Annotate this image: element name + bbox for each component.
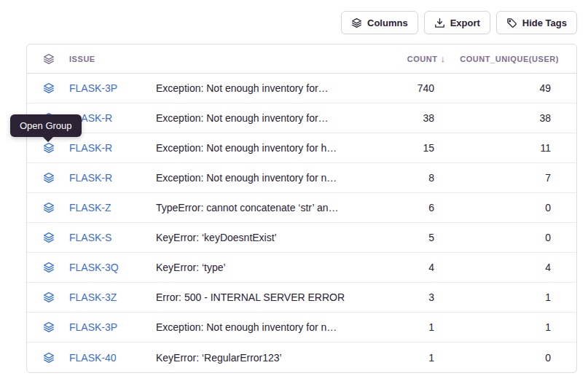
count-unique-column-header[interactable]: COUNT_UNIQUE(USER) <box>445 55 559 63</box>
layers-header-icon <box>43 53 55 65</box>
count-value: 4 <box>387 262 445 273</box>
count-value: 8 <box>387 172 445 184</box>
issue-description: KeyError: ‘RegularError123’ <box>156 352 387 364</box>
issue-description: KeyError: ‘type’ <box>156 262 387 273</box>
count-unique-value: 1 <box>445 321 559 333</box>
issue-link[interactable]: FLASK-R <box>69 142 156 154</box>
issue-description: Exception: Not enough inventory for n… <box>156 172 387 184</box>
count-value: 15 <box>387 142 445 154</box>
issue-description: TypeError: cannot concatenate ‘str’ an… <box>156 202 387 213</box>
hide-tags-button-label: Hide Tags <box>522 17 567 28</box>
layers-icon[interactable] <box>43 232 55 243</box>
layers-icon[interactable] <box>43 321 55 333</box>
count-value: 740 <box>387 82 445 94</box>
table-row: FLASK-S KeyError: ‘keyDoesntExist’ 5 0 <box>27 223 576 253</box>
count-unique-value: 49 <box>445 82 559 94</box>
count-value: 6 <box>387 202 445 213</box>
issues-table: ISSUE COUNT↓ COUNT_UNIQUE(USER) FLASK-3P… <box>26 44 577 373</box>
count-value: 1 <box>387 352 445 364</box>
count-column-header[interactable]: COUNT↓ <box>387 53 445 64</box>
issue-description: Exception: Not enough inventory for h… <box>156 142 387 154</box>
count-value: 38 <box>387 112 445 124</box>
issue-link[interactable]: FLASK-3Q <box>69 262 156 273</box>
count-value: 3 <box>387 291 445 303</box>
issue-link[interactable]: FLASK-R <box>69 112 156 124</box>
export-button-label: Export <box>450 17 480 28</box>
columns-icon <box>351 17 362 28</box>
issue-description: Exception: Not enough inventory for… <box>156 112 387 124</box>
table-row: FLASK-R Exception: Not enough inventory … <box>27 163 576 193</box>
issue-link[interactable]: FLASK-R <box>69 172 156 184</box>
count-value: 5 <box>387 232 445 243</box>
count-unique-value: 0 <box>445 202 559 213</box>
issue-link[interactable]: FLASK-S <box>69 232 156 243</box>
count-unique-value: 7 <box>445 172 559 184</box>
table-row: FLASK-R Exception: Not enough inventory … <box>27 103 576 133</box>
columns-button-label: Columns <box>367 17 408 28</box>
issue-link[interactable]: FLASK-Z <box>69 202 156 213</box>
layers-icon[interactable] <box>43 262 55 273</box>
issue-description: Exception: Not enough inventory for n… <box>156 321 387 333</box>
open-group-tooltip: Open Group <box>10 114 82 137</box>
layers-icon[interactable] <box>43 352 55 364</box>
layers-icon[interactable] <box>43 172 55 184</box>
layers-icon[interactable] <box>43 202 55 213</box>
download-icon <box>434 17 445 28</box>
export-button[interactable]: Export <box>424 11 490 34</box>
count-unique-value: 4 <box>445 262 559 273</box>
table-row: FLASK-3Q KeyError: ‘type’ 4 4 <box>27 253 576 283</box>
issue-description: Exception: Not enough inventory for… <box>156 82 387 94</box>
count-unique-value: 0 <box>445 232 559 243</box>
count-value: 1 <box>387 321 445 333</box>
layers-icon[interactable] <box>43 291 55 303</box>
issue-link[interactable]: FLASK-3P <box>69 321 156 333</box>
table-toolbar: Columns Export Hide Tags <box>341 11 577 34</box>
columns-button[interactable]: Columns <box>341 11 418 34</box>
table-row: FLASK-3Z Error: 500 - INTERNAL SERVER ER… <box>27 283 576 313</box>
tag-icon <box>506 17 517 28</box>
table-row: FLASK-R Exception: Not enough inventory … <box>27 133 576 163</box>
table-header-row: ISSUE COUNT↓ COUNT_UNIQUE(USER) <box>27 44 576 74</box>
issue-description: Error: 500 - INTERNAL SERVER ERROR <box>156 291 387 303</box>
table-row: FLASK-3P Exception: Not enough inventory… <box>27 74 576 103</box>
count-unique-value: 0 <box>445 352 559 364</box>
table-body: FLASK-3P Exception: Not enough inventory… <box>27 74 576 372</box>
count-unique-value: 1 <box>445 291 559 303</box>
issue-description: KeyError: ‘keyDoesntExist’ <box>156 232 387 243</box>
count-unique-value: 11 <box>445 142 559 154</box>
table-row: FLASK-3P Exception: Not enough inventory… <box>27 313 576 342</box>
table-row: FLASK-Z TypeError: cannot concatenate ‘s… <box>27 193 576 223</box>
issue-link[interactable]: FLASK-3Z <box>69 291 156 303</box>
issue-link[interactable]: FLASK-3P <box>69 82 156 94</box>
hide-tags-button[interactable]: Hide Tags <box>496 11 577 34</box>
count-unique-value: 38 <box>445 112 559 124</box>
issues-table-page: Columns Export Hide Tags ISSUE COUNT↓ CO… <box>0 0 588 392</box>
issue-column-header[interactable]: ISSUE <box>69 55 156 63</box>
count-column-label: COUNT <box>407 55 438 63</box>
tooltip-label: Open Group <box>20 120 72 131</box>
issue-link[interactable]: FLASK-40 <box>69 352 156 364</box>
table-row: FLASK-40 KeyError: ‘RegularError123’ 1 0 <box>27 342 576 372</box>
layers-icon[interactable] <box>43 82 55 94</box>
